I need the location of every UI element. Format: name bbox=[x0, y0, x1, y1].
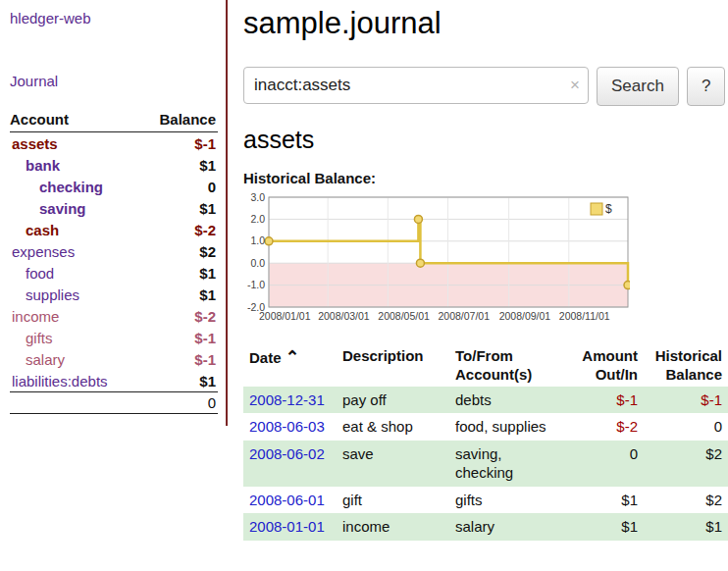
search-button[interactable]: Search bbox=[597, 67, 679, 106]
transaction-accounts: food, supplies bbox=[449, 413, 559, 441]
register-header-row: Date ⌃ Description To/From Account(s) Am… bbox=[243, 345, 728, 387]
transaction-balance: 0 bbox=[644, 413, 728, 441]
sidebar: hledger-web Journal Account Balance asse… bbox=[0, 0, 228, 426]
svg-text:3.0: 3.0 bbox=[250, 192, 265, 203]
register-table: Date ⌃ Description To/From Account(s) Am… bbox=[243, 345, 728, 541]
account-total-balance: 0 bbox=[141, 392, 218, 414]
account-balance: $1 bbox=[141, 154, 218, 176]
page-title: sample.journal bbox=[243, 6, 728, 41]
account-link[interactable]: cash bbox=[26, 222, 59, 238]
account-link[interactable]: expenses bbox=[12, 243, 75, 260]
account-balance: $1 bbox=[141, 262, 218, 284]
svg-text:1.0: 1.0 bbox=[250, 234, 265, 246]
account-row: checking 0 bbox=[10, 176, 218, 197]
sidebar-item-journal[interactable]: Journal bbox=[10, 73, 58, 89]
description-column-header: Description bbox=[337, 345, 449, 387]
svg-text:2.0: 2.0 bbox=[250, 213, 265, 225]
svg-text:0.0: 0.0 bbox=[250, 257, 265, 269]
transaction-date-link[interactable]: 2008-01-01 bbox=[249, 518, 325, 535]
account-balance: $1 bbox=[141, 284, 218, 305]
app-title-link[interactable]: hledger-web bbox=[10, 10, 91, 26]
search-input[interactable] bbox=[243, 67, 589, 104]
transaction-date-link[interactable]: 2008-12-31 bbox=[249, 391, 325, 408]
transaction-date-link[interactable]: 2008-06-01 bbox=[249, 492, 325, 508]
svg-text:2008/03/01: 2008/03/01 bbox=[318, 310, 370, 322]
account-balance: $-1 bbox=[141, 327, 218, 348]
svg-text:2008/01/01: 2008/01/01 bbox=[259, 310, 311, 322]
transaction-amount: $-1 bbox=[559, 387, 644, 414]
account-row: expenses $2 bbox=[10, 240, 218, 262]
account-row: income $-2 bbox=[10, 305, 218, 327]
account-row: food $1 bbox=[10, 262, 218, 284]
account-heading: assets bbox=[243, 126, 728, 154]
transaction-accounts: salary bbox=[449, 513, 559, 541]
account-balance: 0 bbox=[141, 176, 218, 197]
transaction-amount: 0 bbox=[559, 441, 644, 487]
balance-column-header-register: Historical Balance bbox=[644, 345, 728, 387]
register-row: 2008-06-02 save saving, checking 0 $2 bbox=[243, 441, 728, 487]
account-balance: $2 bbox=[141, 240, 218, 262]
register-row: 2008-01-01 income salary $1 $1 bbox=[243, 513, 728, 541]
account-row: saving $1 bbox=[10, 197, 218, 219]
account-link[interactable]: saving bbox=[39, 200, 86, 217]
tofrom-column-header: To/From Account(s) bbox=[449, 345, 559, 387]
account-total-row: 0 bbox=[10, 392, 218, 414]
account-link[interactable]: income bbox=[12, 308, 59, 325]
register-row: 2008-06-03 eat & shop food, supplies $-2… bbox=[243, 413, 728, 441]
register-row: 2008-12-31 pay off debts $-1 $-1 bbox=[243, 387, 728, 414]
account-row: liabilities:debts $1 bbox=[10, 370, 218, 392]
transaction-accounts: debts bbox=[449, 387, 559, 414]
svg-text:-1.0: -1.0 bbox=[247, 279, 265, 290]
svg-text:2008/09/01: 2008/09/01 bbox=[499, 310, 551, 322]
account-link[interactable]: food bbox=[26, 265, 54, 282]
chart-title: Historical Balance: bbox=[243, 170, 728, 186]
transaction-description: pay off bbox=[337, 387, 449, 414]
transaction-balance: $-1 bbox=[644, 387, 728, 414]
account-balance: $-1 bbox=[141, 132, 218, 155]
account-balance: $-2 bbox=[141, 305, 218, 327]
account-link[interactable]: checking bbox=[39, 179, 103, 195]
transaction-date-link[interactable]: 2008-06-03 bbox=[249, 418, 325, 435]
account-balance: $-1 bbox=[141, 348, 218, 370]
clear-search-icon[interactable]: × bbox=[570, 76, 580, 95]
account-row: salary $-1 bbox=[10, 348, 218, 370]
account-balance: $-2 bbox=[141, 219, 218, 240]
svg-text:2008/11/01: 2008/11/01 bbox=[559, 310, 610, 322]
account-column-header: Account bbox=[10, 108, 141, 132]
transaction-amount: $-2 bbox=[559, 413, 644, 441]
main-content: sample.journal × Search ? assets Histori… bbox=[243, 0, 728, 541]
transaction-date-link[interactable]: 2008-06-02 bbox=[249, 445, 325, 462]
sort-ascending-icon: ⌃ bbox=[286, 347, 299, 367]
svg-text:2008/05/01: 2008/05/01 bbox=[378, 310, 430, 322]
help-button[interactable]: ? bbox=[687, 67, 725, 106]
account-link[interactable]: assets bbox=[12, 135, 58, 152]
date-column-header[interactable]: Date ⌃ bbox=[243, 345, 337, 387]
account-row: gifts $-1 bbox=[10, 327, 218, 348]
transaction-balance: $2 bbox=[644, 487, 728, 514]
transaction-balance: $2 bbox=[644, 441, 728, 487]
account-balance: $1 bbox=[141, 197, 218, 219]
account-link[interactable]: salary bbox=[26, 351, 65, 368]
balance-column-header: Balance bbox=[141, 108, 218, 132]
account-row: assets $-1 bbox=[10, 132, 218, 155]
register-row: 2008-06-01 gift gifts $1 $2 bbox=[243, 487, 728, 514]
amount-column-header: Amount Out/In bbox=[559, 345, 644, 387]
account-row: cash $-2 bbox=[10, 219, 218, 240]
transaction-balance: $1 bbox=[644, 513, 728, 541]
transaction-amount: $1 bbox=[559, 513, 644, 541]
account-link[interactable]: bank bbox=[26, 157, 60, 174]
account-link[interactable]: supplies bbox=[26, 286, 79, 303]
account-tree-table: Account Balance assets $-1 bank $1 check… bbox=[10, 108, 218, 414]
transaction-amount: $1 bbox=[559, 487, 644, 514]
transaction-accounts: gifts bbox=[449, 487, 559, 514]
account-row: bank $1 bbox=[10, 154, 218, 176]
transaction-description: save bbox=[337, 441, 449, 487]
search-form: × Search ? bbox=[243, 67, 728, 106]
transaction-description: income bbox=[337, 513, 449, 541]
account-link[interactable]: gifts bbox=[26, 330, 53, 346]
account-balance: $1 bbox=[141, 370, 218, 392]
balance-chart: 3.02.01.00.0-1.0-2.02008/01/012008/03/01… bbox=[243, 192, 630, 330]
account-link[interactable]: liabilities:debts bbox=[12, 373, 108, 389]
transaction-description: eat & shop bbox=[337, 413, 449, 441]
svg-text:2008/07/01: 2008/07/01 bbox=[438, 310, 490, 322]
